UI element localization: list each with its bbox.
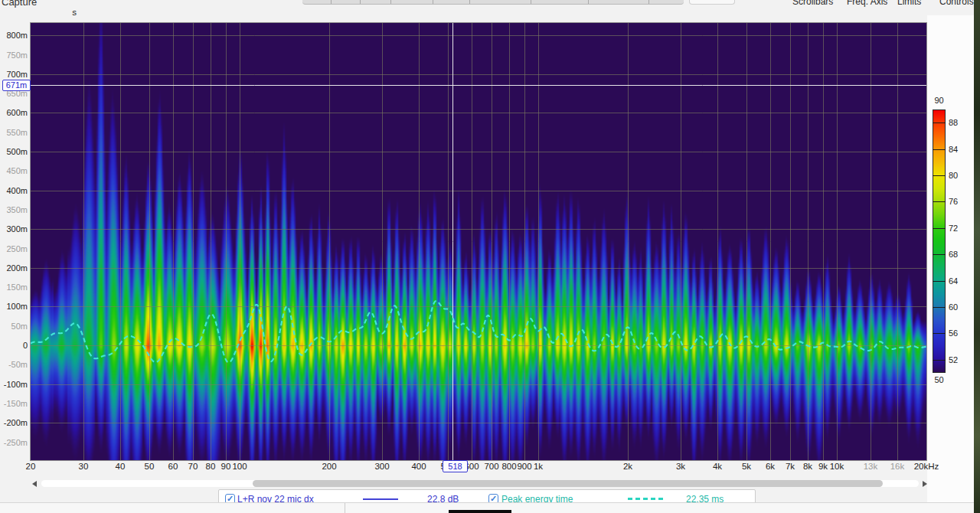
- colorbar-min-label: 50: [929, 375, 949, 384]
- x-tick-label: 900: [517, 461, 531, 472]
- y-tick-label: -50m: [0, 360, 28, 369]
- y-tick-label: 150m: [0, 283, 28, 292]
- y-tick-label: 100m: [0, 302, 28, 311]
- x-tick-label: 800: [501, 461, 516, 472]
- time-cursor-readout: 671m: [2, 80, 31, 91]
- colorbar-tick-label: 68: [949, 250, 958, 259]
- toolbar-divider: [469, 0, 470, 4]
- x-tick-label: 8k: [803, 461, 812, 472]
- colorbar-tick-label: 64: [949, 277, 958, 286]
- x-tick-label: 80: [206, 461, 216, 472]
- toolbar-divider: [531, 0, 531, 4]
- y-axis-unit-label: s: [67, 8, 81, 17]
- colorbar-tick-label: 56: [949, 329, 958, 338]
- toolbar-divider: [648, 0, 649, 4]
- colorbar-tick: [933, 281, 946, 282]
- colorbar-tick-label: 60: [949, 303, 958, 312]
- x-tick-label: 10k: [830, 461, 844, 472]
- scroll-left-icon[interactable]: [32, 481, 37, 487]
- y-tick-label: 0: [0, 341, 28, 350]
- x-tick-label: 60: [168, 461, 178, 472]
- colorbar-max-label: 90: [929, 96, 949, 105]
- y-tick-label: 400m: [0, 186, 28, 195]
- y-tick-label: -100m: [0, 380, 28, 389]
- colorbar-tick: [933, 123, 946, 123]
- colorbar-tick-label: 88: [949, 119, 958, 127]
- top-toolbar-strip[interactable]: [302, 0, 684, 5]
- x-tick-label: 100: [232, 461, 247, 472]
- colorbar-tick: [933, 228, 946, 229]
- x-tick-label: 9k: [818, 461, 828, 472]
- x-tick-label: 90: [221, 461, 231, 472]
- freq-axis-button[interactable]: Freq. Axis: [847, 0, 887, 7]
- scrollbar-thumb[interactable]: [253, 480, 883, 487]
- y-tick-label: 200m: [0, 263, 28, 273]
- colorbar-tick-label: 80: [949, 172, 958, 180]
- colorbar-tick: [933, 307, 946, 308]
- controls-button[interactable]: Controls: [939, 0, 974, 7]
- y-tick-label: 450m: [0, 166, 28, 175]
- scroll-right-icon[interactable]: [923, 481, 927, 487]
- x-tick-label: 30: [79, 461, 89, 472]
- colorbar-tick-label: 84: [949, 145, 958, 154]
- y-tick-label: 700m: [0, 70, 28, 79]
- limits-button[interactable]: Limits: [897, 0, 921, 7]
- colorbar-tick: [933, 333, 946, 334]
- x-tick-label: 4k: [713, 461, 722, 472]
- horizontal-scrollbar[interactable]: [41, 480, 919, 487]
- legend-line-sample-dashed: [628, 498, 663, 500]
- x-tick-label: 6k: [766, 461, 775, 472]
- x-tick-label: 20: [26, 461, 36, 472]
- capture-button[interactable]: Capture: [2, 0, 37, 8]
- toolbar-divider: [433, 0, 433, 4]
- x-tick-label: 1k: [534, 461, 543, 472]
- colorbar-tick: [933, 360, 946, 361]
- toolbar-divider: [390, 0, 391, 4]
- x-tick-label: 2k: [623, 461, 632, 472]
- colorbar-tick: [933, 149, 946, 150]
- freq-cursor-readout: 518: [443, 460, 468, 472]
- spectrogram-canvas[interactable]: [31, 23, 926, 460]
- x-tick-label: 200: [322, 461, 336, 472]
- x-tick-label: 5k: [742, 461, 751, 472]
- colorbar-tick-label: 72: [949, 224, 958, 233]
- x-tick-label: 400: [411, 461, 426, 472]
- x-tick-label: 7k: [786, 461, 795, 472]
- colorbar-tick-label: 76: [949, 198, 958, 206]
- y-tick-label: 50m: [0, 322, 28, 331]
- y-tick-label: 750m: [0, 51, 28, 60]
- toolbar-divider: [360, 0, 361, 4]
- y-tick-label: 800m: [0, 31, 28, 40]
- x-tick-label: 40: [116, 461, 126, 472]
- x-tick-label: 70: [188, 461, 198, 472]
- colorbar-tick: [933, 201, 946, 202]
- x-tick-label: 700: [484, 461, 498, 472]
- colorbar-tick: [933, 254, 946, 255]
- toolbar-divider: [588, 0, 589, 4]
- desktop-wallpaper-strip: [974, 0, 980, 513]
- y-tick-label: 350m: [0, 205, 28, 214]
- bottom-panel-divider: [345, 503, 345, 513]
- x-tick-label: 50: [145, 461, 155, 472]
- x-tick-label: 16k: [890, 461, 905, 472]
- x-tick-label: 3k: [676, 461, 685, 472]
- y-tick-label: 250m: [0, 244, 28, 253]
- x-tick-label: 300: [374, 461, 389, 472]
- legend-line-sample-solid: [363, 498, 398, 500]
- y-tick-label: -150m: [0, 399, 28, 408]
- rew-spectrogram-window: Capture Scrollbars Freq. Axis Limits Con…: [0, 0, 980, 513]
- colorbar-tick: [933, 175, 946, 176]
- x-tick-label: 13k: [864, 461, 878, 472]
- occluding-window-edge: [449, 510, 511, 513]
- y-tick-label: 300m: [0, 224, 28, 234]
- toolbar-divider: [331, 0, 332, 4]
- colorbar-tick-label: 52: [949, 356, 958, 364]
- y-tick-label: 600m: [0, 108, 28, 117]
- y-tick-label: 500m: [0, 147, 28, 156]
- top-toolbar-active-segment[interactable]: [689, 0, 735, 5]
- x-tick-label: 20kHz: [914, 461, 939, 472]
- scrollbars-button[interactable]: Scrollbars: [792, 0, 833, 7]
- y-tick-label: 550m: [0, 128, 28, 137]
- y-tick-label: -250m: [0, 438, 28, 447]
- y-tick-label: -200m: [0, 418, 28, 427]
